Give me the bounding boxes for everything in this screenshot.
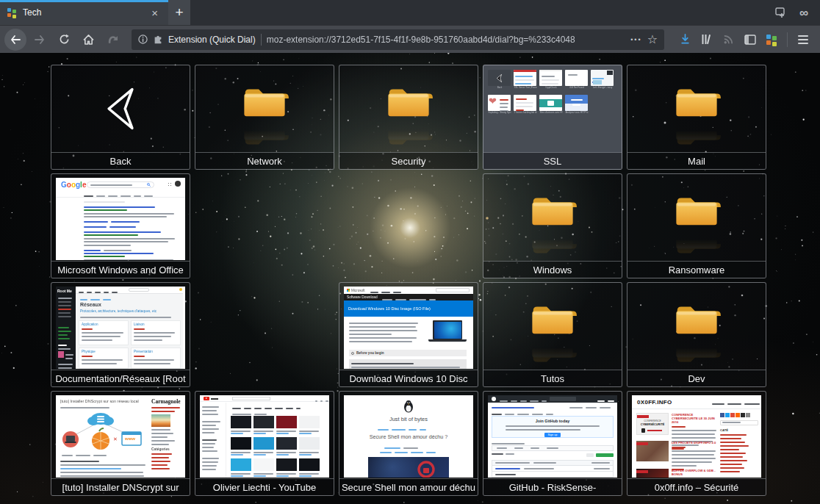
info-icon[interactable] — [138, 35, 148, 44]
text-line — [296, 408, 301, 409]
article-entry: LES PROJETS 0X0FF.INFO 2.0 — [672, 441, 717, 472]
dial-tile-windows10-download[interactable]: Microsoft Software Download Download Win… — [339, 282, 478, 387]
dial-label: 0x0ff.info – Sécurité — [627, 478, 766, 495]
dial-tile-microsoft-windows-office[interactable]: Google — [51, 173, 190, 278]
bookmark-star-icon[interactable]: ☆ — [647, 34, 658, 46]
text-line — [84, 241, 168, 242]
text-line — [492, 443, 525, 444]
dial-tile-ssl[interactable]: Back SSL Server Test (Powered by CryptCh… — [483, 65, 622, 170]
urlbar-separator — [261, 34, 262, 46]
youtube-channel-thumbnail — [200, 395, 329, 478]
url-text[interactable]: moz-extension://3712ed51-7f15-4f1f-9e8b-… — [267, 35, 625, 45]
text-line — [253, 475, 266, 477]
rootme-sidebar: Root Me — [56, 287, 76, 369]
mini-dial: 2 heures hacking lab de — [514, 95, 536, 117]
google-logo: Google — [61, 181, 86, 189]
text-line — [232, 408, 241, 409]
quickdial-extension-icon[interactable] — [766, 35, 777, 45]
library-icon[interactable] — [701, 34, 713, 45]
text-line — [515, 76, 533, 77]
info-bullet-icon — [351, 352, 354, 355]
text-line — [672, 465, 697, 467]
text-line — [276, 433, 289, 434]
dial-tile-ransomware[interactable]: Ransomware — [627, 173, 766, 278]
text-line — [275, 408, 283, 409]
text-line — [569, 407, 583, 408]
text-line — [80, 299, 87, 300]
dial-tile-rootme[interactable]: Root Me Réseaux Protocoles, architecture… — [51, 282, 190, 387]
folder-icon — [195, 82, 334, 152]
rss-icon[interactable] — [723, 34, 734, 45]
ssh-blog-thumbnail: Just bit of bytes Secure Shell mon amour… — [344, 395, 473, 478]
text-line — [84, 213, 174, 215]
scrollbar[interactable] — [183, 287, 185, 369]
reload-icon — [59, 34, 70, 45]
dial-tile-dev[interactable]: Dev — [627, 282, 766, 387]
sidebar-toggle-icon[interactable] — [744, 35, 756, 45]
channel-tabs — [232, 406, 312, 411]
text-line — [84, 245, 131, 246]
text-line — [370, 292, 378, 293]
reload-button[interactable] — [53, 29, 75, 51]
dial-tile-youtube[interactable]: Olivier Liechti - YouTube — [195, 391, 334, 496]
folder-icon — [339, 82, 478, 152]
tab-tech[interactable]: Tech × — [0, 0, 168, 25]
dial-label: Windows — [483, 261, 622, 278]
dial-tile-security[interactable]: Security — [339, 65, 478, 170]
text-line — [516, 102, 533, 104]
text-line — [151, 429, 170, 431]
forward-button[interactable] — [29, 29, 51, 51]
back-button[interactable] — [4, 29, 26, 51]
text-line — [80, 317, 171, 318]
text-line — [202, 414, 218, 415]
text-line — [712, 403, 724, 405]
dial-tile-tutos[interactable]: Tutos — [483, 282, 622, 387]
text-line — [231, 454, 243, 456]
page-actions-icon[interactable]: ••• — [630, 36, 641, 43]
text-line — [516, 98, 527, 100]
post-title: Secure Shell mon amour déchu ? — [344, 433, 473, 440]
text-line — [151, 444, 169, 445]
text-line — [134, 363, 170, 364]
text-line — [409, 429, 417, 431]
text-line — [87, 292, 92, 293]
text-line — [151, 453, 172, 455]
text-line — [505, 414, 514, 415]
infinity-icon[interactable]: ∞ — [799, 7, 808, 19]
text-line — [530, 400, 539, 402]
url-bar[interactable]: Extension (Quick Dial) moz-extension://3… — [132, 29, 664, 50]
text-line — [84, 201, 125, 203]
google-search-box — [87, 181, 154, 188]
text-line — [299, 452, 319, 453]
download-icon[interactable] — [680, 34, 691, 45]
dial-tile-secure-shell[interactable]: Just bit of bytes Secure Shell mon amour… — [339, 391, 478, 496]
dial-tile-back[interactable]: Back — [51, 65, 190, 170]
text-line — [79, 292, 84, 293]
dial-tile-dnscrypt[interactable]: [tuto] Installer DNScrypt sur son réseau… — [51, 391, 190, 496]
mini-dial: Analysez vous HTTP responses — [565, 95, 588, 117]
dial-tile-mail[interactable]: Mail — [627, 65, 766, 170]
text-line — [202, 421, 220, 422]
text-line — [151, 457, 169, 458]
home-button[interactable] — [77, 29, 99, 51]
dial-tile-0x0ff[interactable]: 0X0FF.INFO CONFERENCE CYBERSÉCURITÉ CONF… — [627, 391, 766, 496]
dial-tile-network[interactable]: Network — [195, 65, 334, 170]
tab-close-icon[interactable]: × — [148, 6, 161, 20]
text-line — [720, 449, 739, 450]
dial-tile-github[interactable]: Join GitHub today Sign up — [483, 391, 622, 496]
menu-hamburger-icon[interactable] — [798, 35, 808, 44]
dial-tile-windows[interactable]: Windows — [483, 173, 622, 278]
new-tab-button[interactable]: + — [168, 0, 190, 25]
text-line — [151, 440, 175, 442]
search-result — [84, 204, 178, 230]
text-line — [93, 455, 107, 456]
new-container-tab-icon[interactable] — [774, 7, 786, 18]
tab-title: Tech — [23, 7, 142, 18]
disabled-toolbar-button[interactable] — [101, 29, 123, 51]
disabled-toolbar-icon — [107, 35, 118, 45]
dial-label: Olivier Liechti - YouTube — [195, 478, 334, 495]
dial-label: Dev — [627, 370, 766, 386]
text-line — [720, 434, 747, 436]
dial-label: Security — [339, 152, 478, 169]
mini-dial: 404 Not Found — [565, 70, 588, 92]
